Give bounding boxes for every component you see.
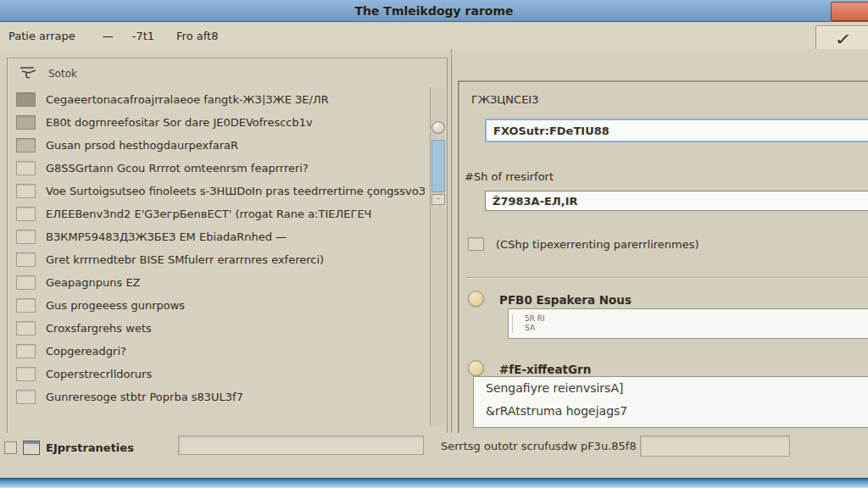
list-item-label: Croxsfargrehs wets xyxy=(46,322,152,335)
dialog-window: The Tmleikdogy rarome Patie arrape — -7t… xyxy=(0,0,868,488)
list-item-label: ЕЛЕЕBenv3nd2 E'G3егрБenвЕСТ' (rrogat Ran… xyxy=(46,208,372,220)
list-item[interactable]: Voe Surtoigsutseo finoleets s-ЗНШDоIn pr… xyxy=(16,180,425,202)
list-item[interactable]: E80t dogrnreefositar Sor dare JE0DEVofre… xyxy=(16,111,425,134)
menu-item-help[interactable]: Fro aft8 xyxy=(170,26,225,46)
skip-checkbox-row[interactable]: (CShp tipexerrenting parerrlirenmes) xyxy=(468,237,699,251)
list-item-label: Geapagnpuns EZ xyxy=(46,276,141,289)
radio1-listbox[interactable]: 5R RI SA xyxy=(508,308,868,339)
item-checkbox[interactable] xyxy=(16,367,36,381)
bottom-status-label: Serrtsg outotr scrufusdw pF3u.85f8 xyxy=(441,440,637,452)
menu-item-dash: — xyxy=(96,26,120,46)
bottom-input-left[interactable] xyxy=(178,435,424,455)
list-item-label: Gus progeeess gunrpows xyxy=(46,299,185,312)
radio2-label: #fE-xiffeatGrn xyxy=(499,363,591,376)
list-item[interactable]: ЕЛЕЕBenv3nd2 E'G3егрБenвЕСТ' (rrogat Ran… xyxy=(16,202,425,225)
window-title: The Tmleikdogy rarome xyxy=(354,4,513,18)
list-item-label: Gret krrrnedtebr BISE SMfulerr erarrnres… xyxy=(46,253,324,266)
radio-option-1[interactable] xyxy=(468,291,484,307)
scrollbar-thumb[interactable] xyxy=(431,140,445,192)
list-item[interactable]: Gusan prsod hesthogdaurpexfaraR xyxy=(16,134,425,157)
listbox-option[interactable]: 5R RI xyxy=(512,314,868,324)
list-item-label: Gusan prsod hesthogdaurpexfaraR xyxy=(46,139,238,152)
window-icon xyxy=(23,441,40,455)
listbox-option[interactable]: SA xyxy=(512,324,868,333)
list-header: Sotok xyxy=(19,65,77,82)
list-item[interactable]: Gus progeeess gunrpows xyxy=(16,294,425,317)
radio-option-2[interactable] xyxy=(468,360,484,376)
item-checkbox[interactable] xyxy=(16,390,36,404)
section-separator xyxy=(466,277,868,278)
main-area: Sotok Cegaeertonacafroajrralaeoe fangtk-… xyxy=(0,49,868,479)
close-button[interactable] xyxy=(831,2,868,21)
skip-checkbox[interactable] xyxy=(468,237,484,251)
item-checkbox[interactable] xyxy=(16,275,36,290)
check-icon: ✓ xyxy=(835,30,853,48)
item-checkbox[interactable] xyxy=(16,161,36,175)
scroll-up-button[interactable] xyxy=(431,121,445,134)
list-item[interactable]: Geapagnpuns EZ xyxy=(16,271,425,294)
list-item[interactable]: Gunreresoge stbtr Poprba s83UL3f7 xyxy=(16,385,425,408)
options-list-panel: Sotok Cegaeertonacafroajrralaeoe fangtk-… xyxy=(7,58,448,434)
list-item-label: Copgereadgri? xyxy=(46,345,126,358)
list-scrollbar[interactable]: – xyxy=(430,87,445,426)
item-checkbox[interactable] xyxy=(16,321,36,336)
list-item-label: Voe Surtoigsutseo finoleets s-ЗНШDоIn pr… xyxy=(46,185,425,197)
details-panel: ГЖЗЦNCEІ3 #Sh of rresirfort (CShp tipexe… xyxy=(458,80,868,437)
list-item[interactable]: Coperstrecrlldorurs xyxy=(16,363,425,385)
list-item-label: G8SSGrtann Gcou Rrrrot omteenrsm feaprrr… xyxy=(46,162,309,175)
list-item-label: E80t dogrnreefositar Sor dare JE0DEVofre… xyxy=(46,116,313,129)
filter-icon xyxy=(19,65,38,82)
list-item-label: Gunreresoge stbtr Poprba s83UL3f7 xyxy=(46,391,243,403)
item-checkbox[interactable] xyxy=(16,92,36,107)
scroll-down-button[interactable]: – xyxy=(431,194,445,205)
bottom-checkbox[interactable] xyxy=(4,441,17,454)
menu-bar: Patie arrape — -7t1 Fro aft8 ✓ xyxy=(0,22,868,51)
menu-item-file[interactable]: Patie arrape xyxy=(2,26,82,46)
list-item[interactable]: ВЗКМР5948ЗДЗЖЗБЕЗ ЕМ ЕbiadaRnhed — xyxy=(16,225,425,248)
list-item[interactable]: Copgereadgri? xyxy=(16,340,425,363)
field1-label: ГЖЗЦNCEІ3 xyxy=(471,93,538,106)
list-header-label: Sotok xyxy=(48,68,77,80)
bottom-checkbox-label: EJprstraneties xyxy=(46,441,134,454)
radio1-label: PFB0 Espakera Nous xyxy=(499,293,632,307)
title-bar[interactable]: The Tmleikdogy rarome xyxy=(0,0,868,22)
item-checkbox[interactable] xyxy=(16,115,36,130)
item-checkbox[interactable] xyxy=(16,344,36,358)
list-item[interactable]: G8SSGrtann Gcou Rrrrot omteenrsm feaprrr… xyxy=(16,157,425,180)
bottom-bar: EJprstraneties Serrtsg outotr scrufusdw … xyxy=(0,433,868,469)
listbox-option[interactable]: Sengafiyre reienvsirsA] xyxy=(474,377,868,400)
list-item-label: ВЗКМР5948ЗДЗЖЗБЕЗ ЕМ ЕbiadaRnhed — xyxy=(46,230,287,243)
skip-checkbox-label: (CShp tipexerrenting parerrlirenmes) xyxy=(496,238,699,251)
item-checkbox[interactable] xyxy=(16,252,36,267)
list-item-label: Cegaeertonacafroajrralaeoe fangtk-ЖЗ|ЗЖЕ… xyxy=(46,93,329,106)
field2-label: #Sh of rresirfort xyxy=(465,170,554,183)
radio2-listbox[interactable]: Sengafiyre reienvsirsA] &rRAtstruma hoge… xyxy=(473,376,868,428)
list-item[interactable]: Cegaeertonacafroajrralaeoe fangtk-ЖЗ|ЗЖЕ… xyxy=(16,88,425,111)
list-item-label: Coperstrecrlldorurs xyxy=(46,368,152,380)
list-item[interactable]: Gret krrrnedtebr BISE SMfulerr erarrnres… xyxy=(16,248,425,271)
panel-divider xyxy=(451,49,452,433)
bottom-checkbox-row[interactable]: EJprstraneties xyxy=(4,441,134,455)
item-checkbox[interactable] xyxy=(16,207,36,221)
menu-item-edit[interactable]: -7t1 xyxy=(125,26,161,46)
field1-input[interactable] xyxy=(485,119,868,142)
listbox-option[interactable]: &rRAtstruma hogejags7 xyxy=(474,400,868,423)
bottom-strip xyxy=(0,478,868,488)
item-checkbox[interactable] xyxy=(16,230,36,244)
options-list: Cegaeertonacafroajrralaeoe fangtk-ЖЗ|ЗЖЕ… xyxy=(16,88,425,408)
item-checkbox[interactable] xyxy=(16,184,36,198)
bottom-input-right[interactable] xyxy=(640,435,790,457)
field2-input[interactable] xyxy=(485,191,868,211)
item-checkbox[interactable] xyxy=(16,138,36,152)
item-checkbox[interactable] xyxy=(16,298,36,313)
list-item[interactable]: Croxsfargrehs wets xyxy=(16,317,425,340)
